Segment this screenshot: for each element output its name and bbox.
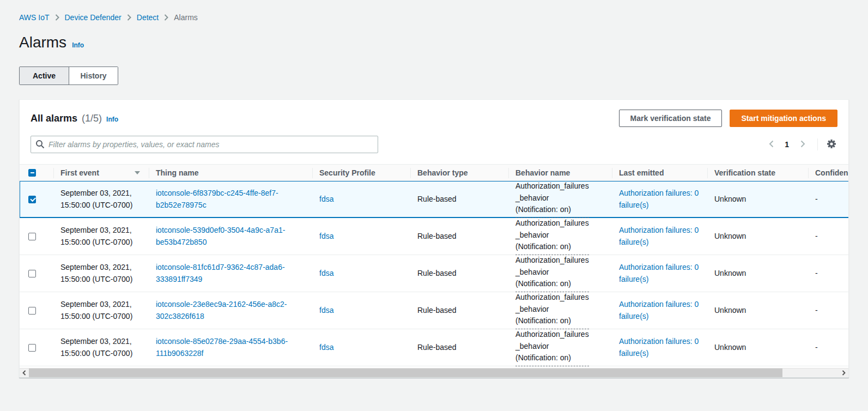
table-settings-button[interactable] bbox=[825, 138, 837, 152]
table-row: September 03, 2021, 15:50:00 (UTC-0700) … bbox=[20, 218, 848, 255]
filter-alarms-input[interactable] bbox=[31, 136, 378, 153]
scroll-right-button[interactable] bbox=[839, 368, 848, 377]
chevron-right-icon bbox=[55, 14, 59, 21]
column-header-label: Thing name bbox=[156, 168, 199, 177]
chevron-right-icon bbox=[164, 14, 168, 21]
table-row: September 03, 2021, 15:50:00 (UTC-0700) … bbox=[20, 181, 848, 218]
behavior-type-value: Rule-based bbox=[417, 268, 457, 280]
behavior-name-tooltip-trigger[interactable]: Authorization_failures _behavior(Notific… bbox=[515, 180, 589, 218]
verification-state-value: Unknown bbox=[714, 305, 746, 317]
tab-history[interactable]: History bbox=[69, 67, 118, 84]
behavior-name-value: Authorization_failures _behavior bbox=[515, 182, 589, 202]
column-header-last-emitted[interactable]: Last emitted bbox=[612, 165, 707, 180]
row-checkbox[interactable] bbox=[28, 270, 36, 277]
breadcrumb-device-defender[interactable]: Device Defender bbox=[65, 13, 122, 22]
page-number[interactable]: 1 bbox=[780, 140, 793, 149]
column-header-behavior-name[interactable]: Behavior name bbox=[508, 165, 612, 180]
mark-verification-state-button[interactable]: Mark verification state bbox=[619, 110, 723, 127]
behavior-name-tooltip-trigger[interactable]: Authorization_failures _behavior(Notific… bbox=[515, 329, 589, 366]
page-title: Alarms bbox=[19, 34, 66, 51]
behavior-type-value: Rule-based bbox=[417, 194, 457, 206]
last-emitted-link[interactable]: Authorization failures: 0 failure(s) bbox=[619, 262, 700, 285]
behavior-name-tooltip-trigger[interactable]: Authorization_failures _behavior(Notific… bbox=[515, 217, 589, 255]
column-header-verification-state[interactable]: Verification state bbox=[707, 165, 808, 180]
chevron-left-icon bbox=[769, 140, 774, 149]
scrollbar-track[interactable] bbox=[29, 368, 839, 377]
row-checkbox[interactable] bbox=[28, 233, 36, 240]
notification-status: (Notification: on) bbox=[515, 242, 571, 251]
last-emitted-link[interactable]: Authorization failures: 0 failure(s) bbox=[619, 336, 700, 359]
table-header-row: First event Thing name Security Profile … bbox=[20, 164, 848, 181]
notification-status: (Notification: on) bbox=[515, 279, 571, 288]
first-event-value: September 03, 2021, 15:50:00 (UTC-0700) bbox=[60, 188, 142, 211]
next-page-button[interactable] bbox=[796, 137, 810, 152]
verification-state-value: Unknown bbox=[714, 342, 746, 354]
breadcrumb-aws-iot[interactable]: AWS IoT bbox=[19, 13, 50, 22]
confidence-value: - bbox=[815, 194, 818, 206]
sort-descending-icon bbox=[135, 171, 140, 174]
security-profile-link[interactable]: fdsa bbox=[319, 268, 333, 280]
first-event-value: September 03, 2021, 15:50:00 (UTC-0700) bbox=[60, 225, 142, 248]
row-checkbox[interactable] bbox=[28, 344, 36, 352]
verification-state-value: Unknown bbox=[714, 194, 746, 206]
thing-name-link[interactable]: iotconsole-6f8379bc-c245-4ffe-8ef7-b2b52… bbox=[156, 188, 305, 211]
column-header-label: Confidence bbox=[815, 168, 848, 177]
confidence-value: - bbox=[815, 268, 818, 280]
table-scroll-area: First event Thing name Security Profile … bbox=[20, 164, 848, 366]
filter-container bbox=[31, 136, 378, 153]
thing-name-link[interactable]: iotconsole-23e8ec9a-2162-456e-a8c2-302c3… bbox=[156, 299, 305, 322]
last-emitted-link[interactable]: Authorization failures: 0 failure(s) bbox=[619, 225, 700, 248]
select-all-checkbox[interactable] bbox=[28, 169, 36, 177]
thing-name-link[interactable]: iotconsole-539d0ef0-3504-4a9c-a7a1-be53b… bbox=[156, 225, 305, 248]
column-header-thing-name[interactable]: Thing name bbox=[149, 165, 312, 180]
security-profile-link[interactable]: fdsa bbox=[319, 231, 333, 243]
verification-state-value: Unknown bbox=[714, 231, 746, 243]
behavior-name-value: Authorization_failures _behavior bbox=[515, 293, 589, 313]
thing-name-link[interactable]: iotconsole-85e0278e-29aa-4554-b3b6-111b9… bbox=[156, 336, 305, 359]
column-header-label: First event bbox=[60, 168, 99, 177]
panel-header: All alarms (1/5) Info Mark verification … bbox=[20, 100, 848, 164]
behavior-name-tooltip-trigger[interactable]: Authorization_failures _behavior(Notific… bbox=[515, 292, 589, 329]
page-header: Alarms Info bbox=[19, 34, 849, 51]
behavior-type-value: Rule-based bbox=[417, 305, 457, 317]
chevron-right-icon bbox=[800, 140, 805, 149]
breadcrumb: AWS IoT Device Defender Detect Alarms bbox=[19, 13, 849, 22]
previous-page-button[interactable] bbox=[764, 137, 778, 152]
notification-status: (Notification: on) bbox=[515, 205, 571, 214]
column-header-first-event[interactable]: First event bbox=[53, 165, 149, 180]
pagination: 1 bbox=[764, 137, 837, 152]
security-profile-link[interactable]: fdsa bbox=[319, 342, 333, 354]
chevron-left-icon bbox=[22, 368, 26, 377]
alarms-table: First event Thing name Security Profile … bbox=[20, 164, 848, 366]
last-emitted-link[interactable]: Authorization failures: 0 failure(s) bbox=[619, 299, 700, 322]
behavior-type-value: Rule-based bbox=[417, 342, 457, 354]
column-header-label: Last emitted bbox=[619, 168, 664, 177]
breadcrumb-detect[interactable]: Detect bbox=[137, 13, 159, 22]
column-header-behavior-type[interactable]: Behavior type bbox=[410, 165, 508, 180]
behavior-name-tooltip-trigger[interactable]: Authorization_failures _behavior(Notific… bbox=[515, 255, 589, 292]
column-header-label: Security Profile bbox=[319, 168, 375, 177]
row-checkbox[interactable] bbox=[28, 196, 36, 203]
page: AWS IoT Device Defender Detect Alarms Al… bbox=[0, 0, 868, 378]
start-mitigation-actions-button[interactable]: Start mitigation actions bbox=[730, 110, 837, 127]
security-profile-link[interactable]: fdsa bbox=[319, 194, 333, 206]
security-profile-link[interactable]: fdsa bbox=[319, 305, 333, 317]
column-header-security-profile[interactable]: Security Profile bbox=[312, 165, 410, 180]
thing-name-link[interactable]: iotconsole-81fc61d7-9362-4c87-ada6-33389… bbox=[156, 262, 305, 285]
page-info-link[interactable]: Info bbox=[72, 41, 84, 49]
panel-info-link[interactable]: Info bbox=[106, 116, 118, 123]
table-row: September 03, 2021, 15:50:00 (UTC-0700) … bbox=[20, 292, 848, 329]
row-checkbox[interactable] bbox=[28, 307, 36, 315]
column-header-label: Behavior name bbox=[515, 168, 570, 177]
search-icon bbox=[35, 140, 45, 150]
first-event-value: September 03, 2021, 15:50:00 (UTC-0700) bbox=[60, 262, 142, 285]
tab-active[interactable]: Active bbox=[20, 67, 69, 84]
confidence-value: - bbox=[815, 342, 818, 354]
last-emitted-link[interactable]: Authorization failures: 0 failure(s) bbox=[619, 188, 700, 211]
table-row: September 03, 2021, 15:50:00 (UTC-0700) … bbox=[20, 255, 848, 292]
column-header-confidence[interactable]: Confidence bbox=[808, 165, 848, 180]
scroll-left-button[interactable] bbox=[20, 368, 29, 377]
scrollbar-thumb[interactable] bbox=[29, 368, 782, 377]
notification-status: (Notification: on) bbox=[515, 353, 571, 362]
confidence-value: - bbox=[815, 305, 818, 317]
